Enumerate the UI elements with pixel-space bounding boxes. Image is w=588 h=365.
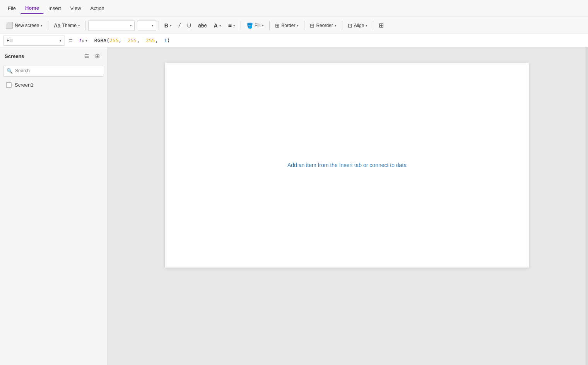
menu-home[interactable]: Home — [21, 3, 44, 14]
fx-dropdown-icon: ▾ — [85, 39, 87, 43]
underline-icon: U — [187, 22, 191, 29]
sidebar-view-buttons: ☰ ⊞ — [82, 51, 103, 61]
border-button[interactable]: ⊞ Border ▾ — [272, 20, 302, 31]
menu-bar: File Home Insert View Action — [0, 0, 588, 17]
italic-icon: / — [179, 22, 180, 29]
fx-x-label: x — [82, 38, 84, 43]
theme-label: Theme — [62, 23, 76, 28]
align-objects-button[interactable]: ⊡ Align ▾ — [345, 20, 371, 31]
screen1-item[interactable]: Screen1 — [2, 80, 106, 90]
font-size-dropdown[interactable]: ▾ — [137, 20, 156, 31]
fill-label: Fill — [255, 23, 260, 28]
rgba-prefix: RGBA( — [94, 38, 109, 43]
bold-icon: B — [164, 22, 168, 29]
italic-button[interactable]: / — [176, 20, 183, 31]
fill-icon: 🪣 — [246, 22, 253, 29]
menu-file[interactable]: File — [3, 3, 21, 14]
sidebar: Screens ☰ ⊞ 🔍 Screen1 — [0, 47, 108, 365]
bold-button[interactable]: B ▾ — [161, 20, 175, 31]
screen1-label: Screen1 — [15, 82, 33, 88]
canvas-hint-insert-link[interactable]: Insert tab — [339, 162, 362, 168]
reorder-label: Reorder — [316, 23, 333, 28]
bold-chevron-icon: ▾ — [170, 24, 172, 27]
reorder-icon: ⊟ — [310, 22, 315, 29]
toolbar-separator-3 — [159, 21, 159, 30]
formula-input-area[interactable]: RGBA(255, 255, 255, 1) — [93, 38, 585, 43]
border-label: Border — [281, 23, 295, 28]
font-color-icon: A — [214, 22, 218, 29]
list-view-button[interactable]: ☰ — [82, 51, 92, 61]
rgba-r: 255 — [109, 38, 118, 43]
formula-bar: Fill ▾ = fx ▾ RGBA(255, 255, 255, 1) — [0, 34, 588, 47]
search-box: 🔍 — [3, 65, 104, 77]
toolbar-separator-8 — [373, 21, 373, 30]
fill-button[interactable]: 🪣 Fill ▾ — [243, 20, 267, 31]
fx-label: f — [79, 38, 81, 43]
new-screen-icon: ⬜ — [5, 22, 13, 29]
new-screen-label: New screen — [15, 23, 39, 28]
align-objects-icon: ⊡ — [348, 22, 352, 29]
grid-view-button[interactable]: ⊞ — [92, 51, 103, 61]
menu-view[interactable]: View — [66, 3, 86, 14]
strikethrough-icon: abc — [198, 22, 207, 29]
theme-chevron-icon: ▾ — [78, 24, 80, 27]
rgba-comma-1: , — [118, 38, 127, 43]
grid-view-icon: ⊞ — [95, 53, 100, 59]
toolbar-separator-4 — [241, 21, 241, 30]
menu-action[interactable]: Action — [86, 3, 109, 14]
toolbar: ⬜ New screen ▾ Aa Theme ▾ ▾ ▾ B ▾ / U ab… — [0, 17, 588, 34]
name-box-value: Fill — [7, 38, 58, 43]
fill-chevron-icon: ▾ — [262, 24, 264, 27]
toolbar-separator-2 — [85, 21, 86, 30]
screen1-checkbox[interactable] — [6, 82, 12, 88]
align-chevron-icon: ▾ — [233, 24, 235, 27]
toolbar-separator-5 — [269, 21, 270, 30]
layout-button[interactable]: ⊞ — [376, 20, 387, 31]
font-family-dropdown[interactable]: ▾ — [88, 20, 135, 31]
screens-title: Screens — [5, 53, 24, 59]
align-button[interactable]: ≡ ▾ — [225, 20, 238, 31]
rgba-comma-3: , — [155, 38, 164, 43]
new-screen-chevron-icon: ▾ — [41, 24, 43, 27]
fx-button[interactable]: fx ▾ — [76, 37, 91, 44]
align-objects-label: Align — [354, 23, 364, 28]
menu-insert[interactable]: Insert — [44, 3, 66, 14]
canvas-surface: Add an item from the Insert tab or conne… — [165, 63, 529, 268]
border-chevron-icon: ▾ — [297, 24, 299, 27]
canvas-hint-connect-link[interactable]: connect to data — [369, 162, 407, 168]
new-screen-button[interactable]: ⬜ New screen ▾ — [2, 20, 46, 31]
main-layout: Screens ☰ ⊞ 🔍 Screen1 Add an item f — [0, 47, 588, 365]
font-size-chevron-icon: ▾ — [152, 24, 154, 27]
theme-icon: Aa — [54, 22, 60, 29]
canvas-hint-text: Add an item from the — [287, 162, 339, 168]
theme-button[interactable]: Aa Theme ▾ — [51, 20, 83, 31]
canvas-hint: Add an item from the Insert tab or conne… — [287, 162, 407, 168]
toolbar-separator-6 — [304, 21, 304, 30]
toolbar-separator-7 — [342, 21, 342, 30]
layout-icon: ⊞ — [379, 22, 384, 29]
name-box[interactable]: Fill ▾ — [3, 36, 65, 46]
font-family-chevron-icon: ▾ — [130, 24, 132, 27]
align-icon: ≡ — [228, 22, 232, 29]
align-objects-chevron-icon: ▾ — [366, 24, 368, 27]
search-icon: 🔍 — [7, 68, 13, 74]
right-panel — [586, 47, 588, 365]
canvas-area[interactable]: Add an item from the Insert tab or conne… — [108, 47, 586, 365]
underline-button[interactable]: U — [184, 20, 194, 31]
sidebar-header: Screens ☰ ⊞ — [0, 47, 107, 65]
toolbar-separator-1 — [48, 21, 48, 30]
rgba-suffix: ) — [167, 38, 170, 43]
rgba-g: 255 — [128, 38, 137, 43]
rgba-comma-2: , — [137, 38, 145, 43]
canvas-hint-or: or — [362, 162, 369, 168]
reorder-button[interactable]: ⊟ Reorder ▾ — [307, 20, 339, 31]
border-icon: ⊞ — [275, 22, 280, 29]
list-view-icon: ☰ — [84, 53, 89, 59]
strikethrough-button[interactable]: abc — [195, 20, 210, 31]
search-input[interactable] — [15, 68, 101, 73]
rgba-b: 255 — [146, 38, 155, 43]
rgba-a: 1 — [164, 38, 167, 43]
name-box-chevron-icon: ▾ — [60, 39, 62, 43]
font-color-button[interactable]: A ▾ — [211, 20, 224, 31]
font-color-chevron-icon: ▾ — [219, 24, 221, 27]
